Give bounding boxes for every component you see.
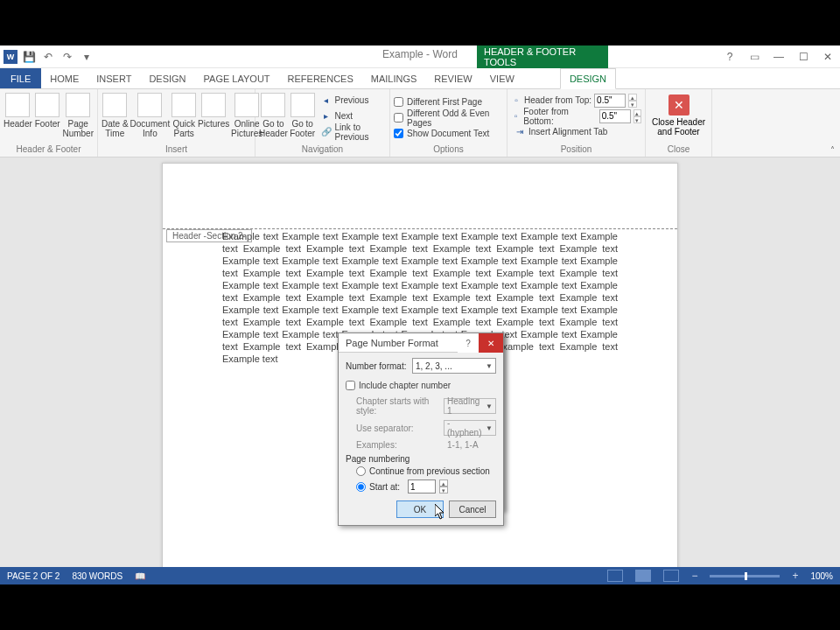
header-top-spinner[interactable]: ▴▾	[628, 94, 637, 108]
start-at-spinner[interactable]: ▴▾	[439, 480, 448, 494]
document-area: Header -Section 2- Example text Example …	[0, 158, 840, 567]
previous-button[interactable]: ◂Previous	[318, 93, 386, 108]
goto-footer-button[interactable]: Go to Footer	[290, 91, 316, 138]
tab-review[interactable]: REVIEW	[425, 68, 480, 88]
undo-icon[interactable]: ↶	[40, 49, 56, 65]
footer-from-bottom-input[interactable]	[599, 109, 631, 123]
header-from-top-label: Header from Top:	[524, 95, 592, 105]
quick-access-toolbar: W 💾 ↶ ↷ ▾	[0, 49, 94, 65]
tab-page-layout[interactable]: PAGE LAYOUT	[195, 68, 279, 88]
zoom-in-icon[interactable]: +	[792, 570, 798, 582]
window-title: Example - Word	[382, 48, 458, 60]
group-insert-label: Insert	[102, 144, 251, 157]
use-separator-label: Use separator:	[356, 424, 440, 433]
word-logo-icon: W	[4, 50, 18, 64]
help-icon[interactable]: ?	[718, 46, 742, 68]
maximize-icon[interactable]: ☐	[791, 46, 816, 68]
chevron-down-icon: ▼	[486, 362, 493, 370]
use-separator-select: - (hyphen)▼	[444, 420, 496, 436]
print-layout-icon[interactable]	[635, 570, 651, 582]
group-position-label: Position	[511, 144, 641, 157]
group-close-label: Close	[649, 144, 708, 157]
zoom-level[interactable]: 100%	[810, 571, 833, 581]
document-info-button[interactable]: Document Info	[130, 91, 171, 138]
close-icon[interactable]: ✕	[816, 46, 840, 68]
ok-button[interactable]: OK	[396, 500, 444, 518]
dialog-title-bar[interactable]: Page Number Format ? ✕	[339, 333, 503, 353]
start-at-radio[interactable]	[356, 482, 366, 492]
align-tab-icon: ⇥	[514, 127, 525, 137]
minimize-icon[interactable]: —	[766, 46, 791, 68]
tab-insert[interactable]: INSERT	[88, 68, 140, 88]
next-icon: ▸	[321, 111, 332, 122]
proofing-icon[interactable]: 📖	[135, 571, 145, 581]
previous-icon: ◂	[321, 95, 332, 106]
read-mode-icon[interactable]	[607, 570, 623, 582]
dialog-close-icon[interactable]: ✕	[479, 333, 503, 353]
show-document-text-check[interactable]: Show Document Text	[394, 126, 503, 141]
collapse-ribbon-icon[interactable]: ˄	[830, 145, 835, 155]
goto-header-button[interactable]: Go to Header	[259, 91, 288, 138]
link-icon: 🔗	[321, 127, 332, 137]
tab-home[interactable]: HOME	[41, 68, 88, 88]
number-format-select[interactable]: 1, 2, 3, ...▼	[412, 358, 496, 374]
link-previous-button[interactable]: 🔗Link to Previous	[318, 124, 386, 139]
footer-bottom-icon: ▫	[511, 111, 521, 122]
chapter-style-select: Heading 1▼	[444, 398, 496, 414]
ribbon: Header Footer Page Number Header & Foote…	[0, 89, 840, 158]
tab-design[interactable]: DESIGN	[140, 68, 194, 88]
number-format-label: Number format:	[346, 361, 409, 371]
zoom-slider[interactable]	[710, 575, 780, 578]
close-header-footer-button[interactable]: ✕ Close Header and Footer	[649, 91, 708, 136]
save-icon[interactable]: 💾	[21, 49, 37, 65]
page-number-format-dialog: Page Number Format ? ✕ Number format: 1,…	[338, 332, 504, 526]
footer-from-bottom-label: Footer from Bottom:	[523, 107, 596, 126]
start-at-label[interactable]: Start at:	[369, 482, 404, 492]
header-from-top-input[interactable]	[594, 94, 626, 108]
pictures-button[interactable]: Pictures	[198, 91, 229, 129]
footer-button[interactable]: Footer	[34, 91, 61, 129]
word-window: W 💾 ↶ ↷ ▾ Example - Word HEADER & FOOTER…	[0, 46, 840, 584]
header-button[interactable]: Header	[4, 91, 32, 129]
continue-label[interactable]: Continue from previous section	[369, 466, 490, 476]
page-numbering-label: Page numbering	[346, 454, 496, 464]
continue-radio[interactable]	[356, 466, 366, 476]
status-words[interactable]: 830 WORDS	[72, 571, 122, 581]
chapter-style-label: Chapter starts with style:	[356, 396, 440, 416]
quick-parts-button[interactable]: Quick Parts	[172, 91, 196, 138]
cancel-button[interactable]: Cancel	[449, 500, 496, 518]
ribbon-display-icon[interactable]: ▭	[742, 46, 766, 68]
include-chapter-number-check[interactable]: Include chapter number	[346, 378, 496, 393]
date-time-button[interactable]: Date & Time	[102, 91, 129, 138]
header-top-icon: ▫	[511, 95, 522, 106]
ribbon-tabs: FILE HOME INSERT DESIGN PAGE LAYOUT REFE…	[0, 68, 840, 89]
qat-dropdown-icon[interactable]: ▾	[79, 49, 94, 65]
next-button[interactable]: ▸Next	[318, 108, 386, 123]
examples-label: Examples:	[356, 440, 444, 450]
group-header-footer-label: Header & Footer	[4, 144, 94, 157]
examples-value: 1-1, 1-A	[447, 440, 479, 450]
status-bar: PAGE 2 OF 2 830 WORDS 📖 − + 100%	[0, 567, 840, 584]
start-at-input[interactable]	[408, 480, 436, 494]
dialog-title: Page Number Format	[346, 338, 438, 348]
web-layout-icon[interactable]	[663, 570, 679, 582]
tab-context-design[interactable]: DESIGN	[560, 68, 616, 89]
tab-mailings[interactable]: MAILINGS	[362, 68, 426, 88]
close-hf-icon: ✕	[668, 94, 690, 116]
context-tools-label: HEADER & FOOTER TOOLS	[477, 46, 608, 68]
group-navigation-label: Navigation	[259, 144, 386, 157]
group-options-label: Options	[394, 144, 503, 157]
redo-icon[interactable]: ↷	[60, 49, 75, 65]
page-number-button[interactable]: Page Number	[62, 91, 94, 138]
zoom-out-icon[interactable]: −	[691, 570, 697, 582]
insert-alignment-tab-button[interactable]: ⇥Insert Alignment Tab	[511, 124, 641, 139]
tab-references[interactable]: REFERENCES	[279, 68, 362, 88]
dialog-help-icon[interactable]: ?	[458, 333, 479, 353]
tab-view[interactable]: VIEW	[481, 68, 523, 88]
title-bar: W 💾 ↶ ↷ ▾ Example - Word HEADER & FOOTER…	[0, 46, 840, 68]
tab-file[interactable]: FILE	[0, 68, 41, 88]
different-first-page-check[interactable]: Different First Page	[394, 94, 503, 109]
status-page[interactable]: PAGE 2 OF 2	[7, 571, 60, 581]
different-odd-even-check[interactable]: Different Odd & Even Pages	[394, 110, 503, 125]
footer-bottom-spinner[interactable]: ▴▾	[634, 109, 641, 123]
